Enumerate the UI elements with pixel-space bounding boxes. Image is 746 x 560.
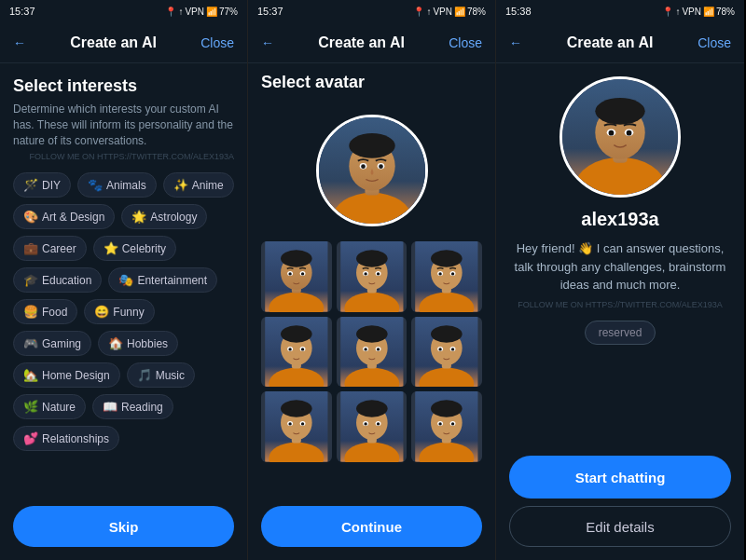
svg-point-19 [288, 272, 291, 275]
avatar-option-6[interactable] [411, 317, 482, 388]
tag-relationships[interactable]: 💕Relationships [13, 426, 119, 451]
reserved-badge: reserved [585, 321, 656, 345]
avatar-option-7[interactable] [261, 391, 332, 462]
svg-point-52 [356, 325, 388, 342]
back-button-3[interactable]: ← [509, 35, 522, 50]
tag-art---design[interactable]: 🎨Art & Design [13, 204, 115, 229]
tag-icon: 📖 [103, 400, 117, 414]
continue-btn-area: Continue [248, 497, 495, 560]
nav-bar-3: ← Create an AI Close [496, 22, 744, 63]
tag-nature[interactable]: 🌿Nature [13, 394, 86, 419]
tag-anime[interactable]: ✨Anime [163, 172, 234, 198]
tag-label: Celebrity [122, 242, 166, 255]
tag-animals[interactable]: 🐾Animals [77, 172, 157, 198]
tag-diy[interactable]: 🪄DIY [13, 172, 71, 198]
status-bar-2: 15:37 📍 ↑ VPN 📶 78% [248, 0, 495, 22]
svg-point-74 [301, 423, 304, 426]
tag-education[interactable]: 🎓Education [13, 267, 102, 293]
tag-icon: ✨ [173, 178, 188, 192]
tag-icon: 💕 [23, 431, 38, 445]
tag-label: Music [156, 369, 185, 382]
status-time-3: 15:38 [505, 6, 532, 17]
tag-icon: 🪄 [23, 178, 38, 192]
start-chatting-button[interactable]: Start chatting [509, 456, 731, 499]
svg-point-64 [439, 348, 442, 350]
nav-bar-2: ← Create an AI Close [248, 22, 495, 63]
tag-label: Funny [113, 306, 144, 319]
close-button-3[interactable]: Close [698, 35, 731, 50]
nav-bar-1: ← Create an AI Close [0, 22, 247, 63]
svg-point-16 [281, 250, 312, 266]
tag-label: Anime [192, 179, 224, 192]
watermark-3: FOLLOW ME ON HTTPS://TWITTER.COM/ALEX193… [518, 300, 723, 309]
tag-reading[interactable]: 📖Reading [92, 394, 173, 419]
tag-icon: 🐾 [88, 178, 103, 192]
back-button-1[interactable]: ← [13, 35, 26, 50]
tag-gaming[interactable]: 🎮Gaming [13, 331, 91, 356]
back-button-2[interactable]: ← [261, 35, 274, 50]
tag-label: Relationships [42, 432, 109, 445]
status-bar-3: 15:38 📍 ↑ VPN 📶 78% [496, 0, 744, 22]
svg-point-79 [356, 401, 388, 417]
battery-3: 78% [716, 7, 735, 17]
tag-label: Art & Design [42, 211, 104, 224]
svg-point-98 [595, 98, 644, 125]
status-icons-2: 📍 ↑ VPN 📶 78% [413, 7, 486, 17]
tag-entertainment[interactable]: 🎭Entertainment [108, 267, 217, 293]
avatar-option-8[interactable] [337, 391, 408, 462]
tags-container: 🪄DIY🐾Animals✨Anime🎨Art & Design🌟Astrolog… [13, 172, 234, 451]
panel-select-avatar: 15:37 📍 ↑ VPN 📶 78% ← Create an AI Close… [248, 0, 496, 560]
svg-point-10 [361, 164, 366, 169]
tag-home-design[interactable]: 🏡Home Design [13, 362, 120, 388]
profile-avatar-svg [562, 76, 678, 198]
avatar-option-1[interactable] [261, 241, 332, 312]
svg-point-82 [364, 423, 366, 426]
tag-celebrity[interactable]: ⭐Celebrity [93, 236, 176, 261]
svg-point-37 [439, 272, 442, 275]
avatar-grid [261, 241, 482, 462]
avatar-option-4[interactable] [261, 317, 332, 388]
avatar-option-2[interactable] [337, 241, 408, 312]
svg-point-73 [288, 423, 291, 426]
continue-button[interactable]: Continue [261, 506, 482, 547]
avatar-option-3[interactable] [411, 241, 482, 312]
tag-hobbies[interactable]: 🏠Hobbies [98, 331, 178, 356]
avatar-svg-1 [261, 241, 332, 312]
profile-content: alex193a Hey friend! 👋 I can answer ques… [496, 63, 744, 450]
tag-label: Home Design [42, 369, 110, 382]
close-button-1[interactable]: Close [200, 35, 234, 50]
tag-icon: 🌿 [23, 400, 38, 414]
action-buttons-area: Start chatting Edit details [496, 450, 744, 560]
skip-button[interactable]: Skip [13, 506, 234, 547]
interests-desc: Determine which interests your custom AI… [13, 102, 234, 148]
svg-point-61 [431, 325, 463, 342]
battery-2: 78% [467, 7, 486, 17]
svg-point-7 [349, 133, 394, 158]
status-bar-1: 15:37 📍 ↑ VPN 📶 77% [0, 0, 247, 22]
svg-point-91 [439, 423, 442, 426]
tag-astrology[interactable]: 🌟Astrology [121, 204, 207, 229]
tag-funny[interactable]: 😄Funny [84, 299, 154, 324]
svg-point-43 [281, 325, 312, 342]
skip-btn-area: Skip [0, 497, 247, 560]
tag-label: Astrology [150, 211, 197, 224]
tag-food[interactable]: 🍔Food [13, 299, 77, 324]
avatar-option-5[interactable] [337, 317, 408, 388]
tag-label: Animals [106, 179, 146, 192]
svg-point-38 [451, 272, 454, 275]
nav-title-2: Create an AI [318, 34, 405, 51]
tag-career[interactable]: 💼Career [13, 236, 87, 261]
nav-title-3: Create an AI [567, 34, 654, 51]
svg-point-11 [379, 164, 383, 169]
svg-point-29 [377, 272, 380, 275]
close-button-2[interactable]: Close [449, 35, 482, 50]
status-time-1: 15:37 [9, 6, 35, 17]
svg-point-83 [377, 423, 380, 426]
svg-point-25 [356, 250, 388, 266]
edit-details-button[interactable]: Edit details [509, 506, 731, 547]
svg-point-56 [377, 348, 380, 350]
tag-label: Education [42, 274, 91, 287]
tag-music[interactable]: 🎵Music [127, 362, 195, 388]
svg-point-101 [609, 130, 615, 136]
avatar-option-9[interactable] [411, 391, 482, 462]
